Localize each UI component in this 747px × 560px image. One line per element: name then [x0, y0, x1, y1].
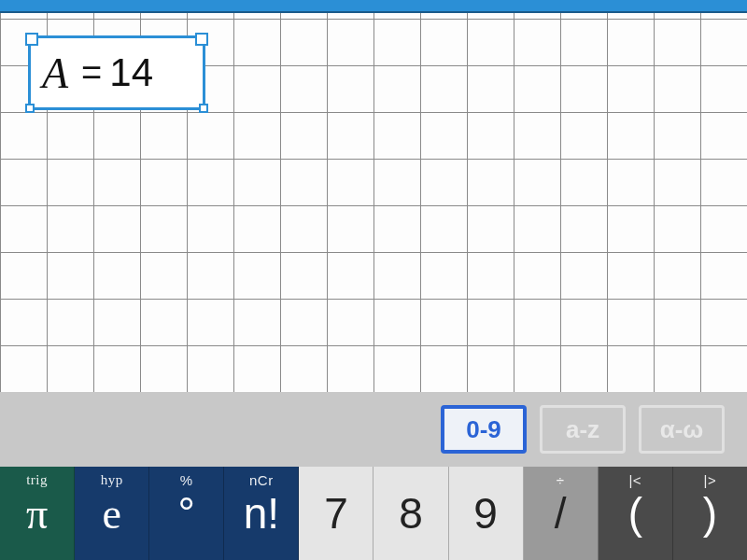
key-e-alt: hyp	[75, 472, 148, 488]
key-degree-alt: %	[149, 472, 223, 488]
variable-name: A	[42, 49, 68, 98]
key-9[interactable]: 9	[449, 467, 524, 560]
key-right-paren-alt: |>	[673, 472, 747, 488]
key-pi-alt: trig	[0, 472, 74, 488]
keyboard-mode-strip: 0-9 a-z α-ω	[0, 392, 747, 467]
variable-value: 14	[109, 50, 153, 95]
key-divide[interactable]: ÷ /	[524, 467, 599, 560]
key-degree-label: °	[178, 488, 195, 539]
key-e[interactable]: hyp e	[75, 467, 149, 560]
key-8-label: 8	[399, 488, 423, 539]
key-9-label: 9	[473, 488, 498, 539]
equals-sign: =	[81, 53, 102, 93]
mode-numeric-button[interactable]: 0-9	[441, 405, 527, 454]
key-7-label: 7	[324, 488, 348, 539]
key-right-paren-label: )	[703, 488, 717, 539]
key-7[interactable]: 7	[299, 467, 374, 560]
key-divide-alt: ÷	[524, 472, 598, 488]
key-left-paren-alt: |<	[599, 472, 672, 488]
key-8[interactable]: 8	[374, 467, 448, 560]
expression-box[interactable]: A = 14	[28, 35, 205, 110]
key-right-paren[interactable]: |> )	[673, 467, 747, 560]
graph-canvas[interactable]: A = 14	[0, 0, 747, 392]
key-left-paren[interactable]: |< (	[599, 467, 673, 560]
key-pi-label: π	[26, 489, 48, 539]
key-divide-label: /	[555, 488, 567, 539]
key-left-paren-label: (	[628, 488, 642, 539]
key-pi[interactable]: trig π	[0, 467, 75, 560]
toolbar-strip	[0, 0, 747, 13]
keypad-row: trig π hyp e % ° nCr n! 7 8 9 ÷ / |< ( |…	[0, 467, 747, 560]
key-factorial-label: n!	[244, 488, 279, 539]
key-factorial-alt: nCr	[224, 472, 298, 488]
mode-greek-button[interactable]: α-ω	[639, 405, 725, 454]
key-factorial[interactable]: nCr n!	[224, 467, 299, 560]
key-degree[interactable]: % °	[149, 467, 224, 560]
mode-latin-button[interactable]: a-z	[540, 405, 626, 454]
key-e-label: e	[102, 489, 120, 539]
